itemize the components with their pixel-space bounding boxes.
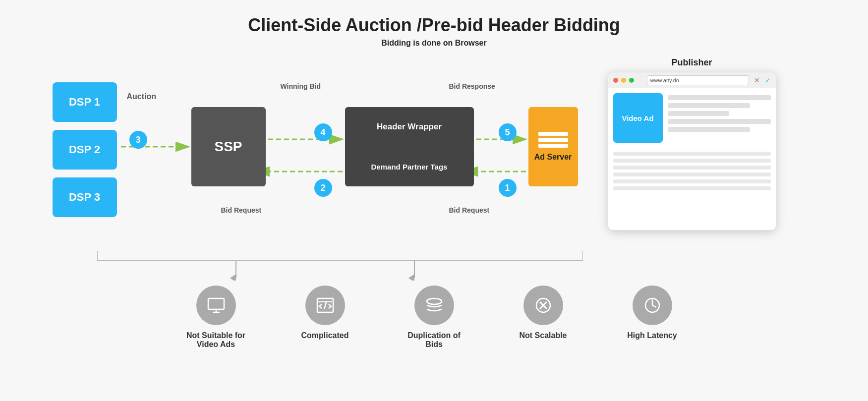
browser-line: [613, 186, 771, 190]
dis-duplication: Duplication ofBids: [395, 286, 474, 349]
browser-line: [613, 179, 771, 183]
svg-line-25: [652, 305, 656, 307]
dis-label-high-latency: High Latency: [627, 331, 677, 340]
bid-request-right-label: Bid Request: [449, 206, 490, 214]
diagram: DSP 1 DSP 2 DSP 3 Auction 3 SSP Winning …: [38, 53, 831, 281]
svg-rect-13: [208, 298, 224, 309]
demand-partner-tags: Demand Partner Tags: [345, 147, 474, 187]
hamburger-line1: [538, 132, 568, 136]
svg-line-17: [324, 302, 326, 309]
dis-not-suitable: Not Suitable forVideo Ads: [176, 286, 256, 349]
step3-circle: 3: [129, 131, 147, 149]
ad-server-box: Ad Server: [528, 107, 578, 186]
dot-green: [629, 78, 634, 83]
ssp-box: SSP: [191, 107, 266, 186]
hamburger-line2: [538, 138, 568, 142]
dot-yellow: [621, 78, 626, 83]
code-icon: [305, 286, 345, 325]
check-icon: ✓: [765, 76, 771, 84]
dis-label-complicated: Complicated: [301, 331, 348, 340]
url-bar: www.any.do: [647, 75, 749, 85]
content-line: [668, 111, 730, 116]
title-area: Client-Side Auction /Pre-bid Header Bidd…: [0, 0, 868, 48]
bid-response-label: Bid Response: [449, 82, 495, 90]
auction-label: Auction: [127, 92, 157, 101]
dsp-group: DSP 1 DSP 2 DSP 3: [53, 82, 117, 217]
content-line: [668, 127, 750, 132]
step1-circle: 1: [499, 179, 517, 197]
dsp2-box: DSP 2: [53, 130, 117, 170]
dis-complicated: Complicated: [286, 286, 365, 349]
step5-circle: 5: [499, 123, 517, 141]
browser-line: [613, 166, 771, 170]
disadvantages-section: Not Suitable forVideo Ads Complicated: [0, 286, 868, 349]
dis-label-duplication: Duplication ofBids: [407, 331, 461, 349]
header-wrapper-box: Header Wrapper Demand Partner Tags: [345, 107, 474, 186]
bracket-svg: [97, 251, 583, 281]
header-wrapper-top: Header Wrapper: [345, 107, 474, 147]
browser-window: www.any.do ✕ ✓ Video Ad: [608, 72, 776, 230]
main-container: Client-Side Auction /Pre-bid Header Bidd…: [0, 0, 868, 401]
content-line: [668, 103, 750, 108]
subtitle: Bidding is done on Browser: [0, 39, 868, 48]
close-icon: ✕: [754, 76, 760, 84]
monitor-icon: [196, 286, 236, 325]
ad-server-label: Ad Server: [534, 153, 572, 162]
times-circle-icon: [523, 286, 563, 325]
browser-line: [613, 152, 771, 156]
browser-line: [613, 172, 771, 176]
svg-point-19: [427, 298, 442, 304]
main-title: Client-Side Auction /Pre-bid Header Bidd…: [0, 15, 868, 36]
bid-request-left-label: Bid Request: [221, 206, 262, 214]
dis-label-not-suitable: Not Suitable forVideo Ads: [186, 331, 245, 349]
winning-bid-label: Winning Bid: [281, 82, 321, 90]
content-line: [668, 119, 771, 124]
video-ad-box: Video Ad: [613, 93, 663, 143]
dsp3-box: DSP 3: [53, 177, 117, 217]
dis-not-scalable: Not Scalable: [504, 286, 583, 349]
browser-content: Video Ad: [608, 88, 776, 148]
dis-label-not-scalable: Not Scalable: [519, 331, 567, 340]
dis-high-latency: High Latency: [613, 286, 692, 349]
dot-red: [613, 78, 618, 83]
step4-circle: 4: [314, 123, 332, 141]
dsp1-box: DSP 1: [53, 82, 117, 122]
browser-lines: [608, 152, 776, 190]
content-lines: [668, 93, 771, 143]
browser-titlebar: www.any.do ✕ ✓: [608, 72, 776, 88]
clock-icon: [633, 286, 672, 325]
svg-point-26: [651, 298, 653, 300]
hamburger-line3: [538, 144, 568, 148]
browser-line: [613, 159, 771, 163]
step2-circle: 2: [314, 179, 332, 197]
publisher-label: Publisher: [608, 57, 776, 68]
layers-icon: [414, 286, 454, 325]
publisher-area: Publisher www.any.do ✕ ✓ Video Ad: [608, 57, 776, 230]
content-line: [668, 95, 771, 100]
